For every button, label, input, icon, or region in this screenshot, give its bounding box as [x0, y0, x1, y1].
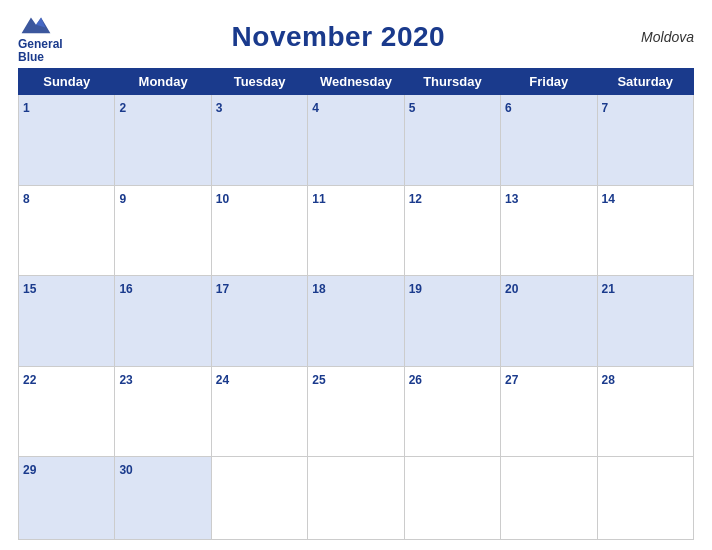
day-number: 23	[119, 373, 132, 387]
day-number: 8	[23, 192, 30, 206]
table-row: 22	[19, 366, 115, 456]
week-row-4: 22232425262728	[19, 366, 694, 456]
table-row: 19	[404, 276, 500, 366]
table-row: 5	[404, 95, 500, 185]
table-row	[404, 456, 500, 539]
logo-text: General Blue	[18, 38, 63, 64]
day-number: 27	[505, 373, 518, 387]
day-number: 2	[119, 101, 126, 115]
table-row: 11	[308, 185, 404, 275]
day-number: 12	[409, 192, 422, 206]
day-number: 11	[312, 192, 325, 206]
week-row-3: 15161718192021	[19, 276, 694, 366]
day-number: 19	[409, 282, 422, 296]
day-number: 24	[216, 373, 229, 387]
day-number: 1	[23, 101, 30, 115]
day-number: 21	[602, 282, 615, 296]
day-number: 7	[602, 101, 609, 115]
table-row: 3	[211, 95, 307, 185]
table-row: 15	[19, 276, 115, 366]
table-row: 12	[404, 185, 500, 275]
table-row	[501, 456, 597, 539]
table-row: 17	[211, 276, 307, 366]
col-thursday: Thursday	[404, 69, 500, 95]
logo-area: General Blue	[18, 10, 63, 64]
day-number: 18	[312, 282, 325, 296]
table-row: 7	[597, 95, 693, 185]
col-wednesday: Wednesday	[308, 69, 404, 95]
table-row: 24	[211, 366, 307, 456]
table-row: 29	[19, 456, 115, 539]
day-number: 15	[23, 282, 36, 296]
top-bar: General Blue November 2020 Moldova	[18, 10, 694, 64]
table-row: 8	[19, 185, 115, 275]
table-row	[597, 456, 693, 539]
table-row: 4	[308, 95, 404, 185]
day-number: 22	[23, 373, 36, 387]
day-number: 9	[119, 192, 126, 206]
day-number: 25	[312, 373, 325, 387]
calendar-table: Sunday Monday Tuesday Wednesday Thursday…	[18, 68, 694, 540]
day-number: 3	[216, 101, 223, 115]
table-row	[308, 456, 404, 539]
table-row: 14	[597, 185, 693, 275]
table-row: 1	[19, 95, 115, 185]
week-row-2: 891011121314	[19, 185, 694, 275]
day-number: 16	[119, 282, 132, 296]
table-row: 28	[597, 366, 693, 456]
day-number: 6	[505, 101, 512, 115]
col-tuesday: Tuesday	[211, 69, 307, 95]
table-row: 21	[597, 276, 693, 366]
table-row: 18	[308, 276, 404, 366]
day-number: 4	[312, 101, 319, 115]
svg-marker-0	[22, 18, 51, 34]
day-number: 5	[409, 101, 416, 115]
logo-icon	[18, 10, 54, 38]
day-number: 13	[505, 192, 518, 206]
col-monday: Monday	[115, 69, 211, 95]
table-row: 30	[115, 456, 211, 539]
calendar-title: November 2020	[232, 21, 446, 52]
day-number: 28	[602, 373, 615, 387]
table-row: 27	[501, 366, 597, 456]
day-number: 10	[216, 192, 229, 206]
day-number: 17	[216, 282, 229, 296]
day-number: 26	[409, 373, 422, 387]
table-row: 23	[115, 366, 211, 456]
days-header-row: Sunday Monday Tuesday Wednesday Thursday…	[19, 69, 694, 95]
title-area: November 2020	[63, 21, 614, 53]
table-row: 2	[115, 95, 211, 185]
table-row: 6	[501, 95, 597, 185]
week-row-5: 2930	[19, 456, 694, 539]
table-row: 20	[501, 276, 597, 366]
table-row: 10	[211, 185, 307, 275]
day-number: 14	[602, 192, 615, 206]
col-sunday: Sunday	[19, 69, 115, 95]
week-row-1: 1234567	[19, 95, 694, 185]
table-row: 16	[115, 276, 211, 366]
table-row	[211, 456, 307, 539]
col-friday: Friday	[501, 69, 597, 95]
day-number: 29	[23, 463, 36, 477]
day-number: 30	[119, 463, 132, 477]
table-row: 25	[308, 366, 404, 456]
day-number: 20	[505, 282, 518, 296]
col-saturday: Saturday	[597, 69, 693, 95]
country-label: Moldova	[614, 29, 694, 45]
table-row: 13	[501, 185, 597, 275]
table-row: 26	[404, 366, 500, 456]
table-row: 9	[115, 185, 211, 275]
